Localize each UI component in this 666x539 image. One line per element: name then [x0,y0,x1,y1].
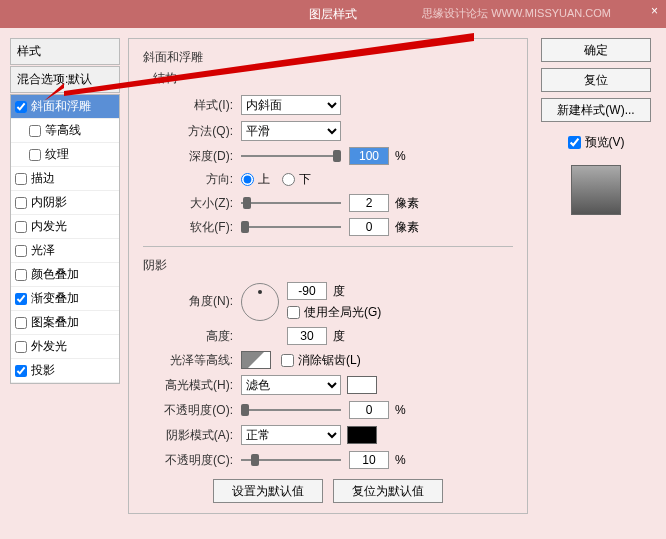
shadow-title: 阴影 [143,257,513,274]
style-checkbox[interactable] [15,293,27,305]
depth-input[interactable] [349,147,389,165]
opacity-label: 不透明度(O): [143,402,233,419]
preview-swatch [571,165,621,215]
style-checkbox[interactable] [15,245,27,257]
angle-label: 角度(N): [143,293,233,310]
depth-label: 深度(D): [143,148,233,165]
gloss-contour-swatch[interactable] [241,351,271,369]
dir-up-radio[interactable] [241,173,254,186]
style-checkbox[interactable] [15,341,27,353]
highlight-color-swatch[interactable] [347,376,377,394]
shadow-color-swatch[interactable] [347,426,377,444]
opacity-slider[interactable] [241,403,341,417]
soften-label: 软化(F): [143,219,233,236]
highlight-mode-label: 高光模式(H): [143,377,233,394]
style-item[interactable]: 描边 [11,167,119,191]
style-label: 样式(I): [143,97,233,114]
style-checkbox[interactable] [15,269,27,281]
size-slider[interactable] [241,196,341,210]
style-item[interactable]: 光泽 [11,239,119,263]
structure-title: 结构 [153,70,513,87]
style-checkbox[interactable] [29,149,41,161]
title: 图层样式 [309,6,357,23]
styles-header[interactable]: 样式 [10,38,120,65]
style-item-label: 光泽 [31,242,55,259]
shadow-mode-label: 阴影模式(A): [143,427,233,444]
style-checkbox[interactable] [15,197,27,209]
styles-sidebar: 样式 混合选项:默认 斜面和浮雕等高线纹理描边内阴影内发光光泽颜色叠加渐变叠加图… [10,38,120,514]
direction-label: 方向: [143,171,233,188]
style-item[interactable]: 等高线 [11,119,119,143]
opacity2-label: 不透明度(C): [143,452,233,469]
method-label: 方法(Q): [143,123,233,140]
style-item-label: 描边 [31,170,55,187]
size-label: 大小(Z): [143,195,233,212]
angle-wheel[interactable] [241,283,279,321]
angle-input[interactable] [287,282,327,300]
style-item[interactable]: 图案叠加 [11,311,119,335]
size-input[interactable] [349,194,389,212]
soften-slider[interactable] [241,220,341,234]
style-item[interactable]: 斜面和浮雕 [11,95,119,119]
method-select[interactable]: 平滑 [241,121,341,141]
style-select[interactable]: 内斜面 [241,95,341,115]
gloss-label: 光泽等高线: [143,352,233,369]
style-item[interactable]: 内发光 [11,215,119,239]
close-icon[interactable]: × [651,4,658,18]
make-default-button[interactable]: 设置为默认值 [213,479,323,503]
depth-slider[interactable] [241,149,341,163]
global-light-checkbox[interactable] [287,306,300,319]
watermark: 思缘设计论坛 WWW.MISSYUAN.COM [422,6,611,21]
altitude-input[interactable] [287,327,327,345]
style-item-label: 图案叠加 [31,314,79,331]
opacity2-input[interactable] [349,451,389,469]
style-checkbox[interactable] [15,221,27,233]
style-checkbox[interactable] [15,173,27,185]
style-checkbox[interactable] [15,101,27,113]
style-item[interactable]: 渐变叠加 [11,287,119,311]
style-item[interactable]: 外发光 [11,335,119,359]
style-item[interactable]: 投影 [11,359,119,383]
altitude-label: 高度: [143,328,233,345]
style-item[interactable]: 颜色叠加 [11,263,119,287]
style-item-label: 斜面和浮雕 [31,98,91,115]
style-item-label: 渐变叠加 [31,290,79,307]
shadow-mode-select[interactable]: 正常 [241,425,341,445]
preview-checkbox[interactable] [568,136,581,149]
style-item-label: 投影 [31,362,55,379]
reset-default-button[interactable]: 复位为默认值 [333,479,443,503]
blend-options-header[interactable]: 混合选项:默认 [10,66,120,93]
style-item-label: 纹理 [45,146,69,163]
style-item-label: 等高线 [45,122,81,139]
style-item[interactable]: 纹理 [11,143,119,167]
dir-down-radio[interactable] [282,173,295,186]
bevel-title: 斜面和浮雕 [143,49,513,66]
ok-button[interactable]: 确定 [541,38,651,62]
right-panel: 确定 复位 新建样式(W)... 预览(V) [536,38,656,514]
style-item-label: 颜色叠加 [31,266,79,283]
style-item-label: 内阴影 [31,194,67,211]
style-checkbox[interactable] [15,317,27,329]
highlight-mode-select[interactable]: 滤色 [241,375,341,395]
layer-style-dialog: 图层样式 思缘设计论坛 WWW.MISSYUAN.COM × 样式 混合选项:默… [0,0,666,539]
titlebar: 图层样式 思缘设计论坛 WWW.MISSYUAN.COM × [0,0,666,28]
settings-panel: 斜面和浮雕 结构 样式(I):内斜面 方法(Q):平滑 深度(D):% 方向:上… [128,38,528,514]
style-checkbox[interactable] [15,365,27,377]
style-item[interactable]: 内阴影 [11,191,119,215]
style-checkbox[interactable] [29,125,41,137]
style-item-label: 外发光 [31,338,67,355]
opacity2-slider[interactable] [241,453,341,467]
antialias-checkbox[interactable] [281,354,294,367]
soften-input[interactable] [349,218,389,236]
cancel-button[interactable]: 复位 [541,68,651,92]
opacity-input[interactable] [349,401,389,419]
style-item-label: 内发光 [31,218,67,235]
new-style-button[interactable]: 新建样式(W)... [541,98,651,122]
